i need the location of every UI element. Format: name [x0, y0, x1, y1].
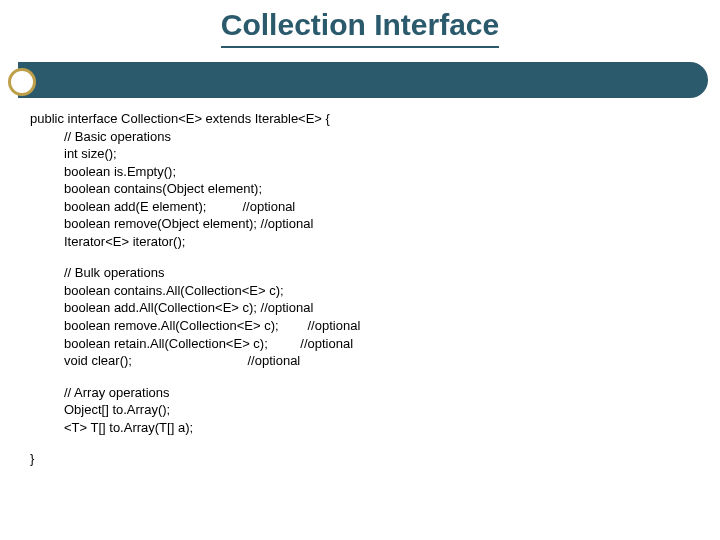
- code-line: boolean retain.All(Collection<E> c); //o…: [64, 335, 690, 353]
- code-content: public interface Collection<E> extends I…: [0, 110, 720, 468]
- array-comment: // Array operations: [64, 384, 690, 402]
- bullet-ring-icon: [8, 68, 36, 96]
- bar-rect: [18, 62, 708, 98]
- code-line: int size();: [64, 145, 690, 163]
- code-line: boolean add.All(Collection<E> c); //opti…: [64, 299, 690, 317]
- code-line: boolean is.Empty();: [64, 163, 690, 181]
- code-line: boolean contains.All(Collection<E> c);: [64, 282, 690, 300]
- decl-line: public interface Collection<E> extends I…: [30, 110, 690, 128]
- array-section: // Array operations Object[] to.Array();…: [30, 384, 690, 437]
- code-line: void clear(); //optional: [64, 352, 690, 370]
- basic-section: // Basic operations int size(); boolean …: [30, 128, 690, 251]
- code-line: boolean remove.All(Collection<E> c); //o…: [64, 317, 690, 335]
- close-brace: }: [30, 450, 690, 468]
- code-line: Iterator<E> iterator();: [64, 233, 690, 251]
- code-line: boolean contains(Object element);: [64, 180, 690, 198]
- bulk-section: // Bulk operations boolean contains.All(…: [30, 264, 690, 369]
- code-line: <T> T[] to.Array(T[] a);: [64, 419, 690, 437]
- slide-title: Collection Interface: [221, 8, 499, 48]
- code-line: boolean remove(Object element); //option…: [64, 215, 690, 233]
- code-line: Object[] to.Array();: [64, 401, 690, 419]
- title-wrap: Collection Interface: [0, 0, 720, 48]
- basic-comment: // Basic operations: [64, 128, 690, 146]
- decor-bar: [0, 62, 720, 98]
- code-line: boolean add(E element); //optional: [64, 198, 690, 216]
- bulk-comment: // Bulk operations: [64, 264, 690, 282]
